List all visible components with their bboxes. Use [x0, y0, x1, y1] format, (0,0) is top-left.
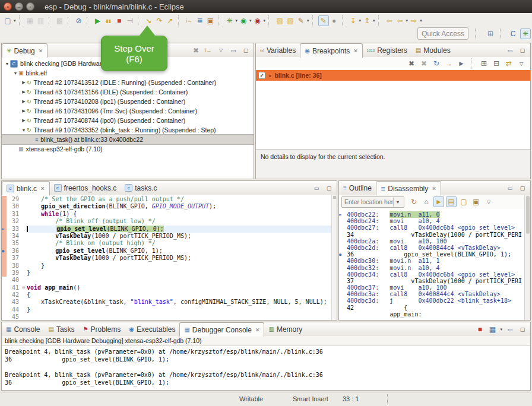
- debug-tree-row[interactable]: ▶↻Thread #6 1073431096 (Tmr Svc) (Suspen…: [2, 106, 254, 116]
- display-selected-console-icon[interactable]: ▦: [487, 324, 498, 335]
- line-number[interactable]: 40: [7, 277, 21, 284]
- disassembly-line[interactable]: 400dbc24: movi a10, 4: [339, 218, 530, 224]
- code-text[interactable]: vTaskDelay(1000 / portTICK_PERIOD_MS);: [27, 255, 337, 262]
- disassembly-line[interactable]: 400dbc34: call8 0x400dc6b4 <gpio_set_lev…: [339, 271, 530, 278]
- code-text[interactable]: [27, 313, 337, 320]
- instruction-stepping-icon[interactable]: i→: [184, 15, 195, 26]
- maximize-icon[interactable]: ▢: [240, 45, 251, 56]
- open-resource-icon[interactable]: ▨: [285, 15, 296, 26]
- tab-registers[interactable]: 1010Registers: [363, 43, 411, 57]
- minimize-icon[interactable]: ▭: [505, 45, 515, 56]
- tab-modules[interactable]: ▤Modules: [411, 43, 455, 57]
- tab-variables[interactable]: (x)Variables: [256, 43, 300, 57]
- collapse-all-icon[interactable]: ⊟: [491, 58, 502, 69]
- expand-arrow-icon[interactable]: ▶: [21, 99, 27, 104]
- tab-debug[interactable]: ✳Debug✕: [2, 43, 48, 58]
- view-menu-icon[interactable]: ▽: [216, 45, 226, 56]
- code-line[interactable]: ►33 gpio_set_level(BLINK_GPIO, 0);: [2, 226, 337, 233]
- line-number[interactable]: 45: [7, 313, 21, 320]
- next-annotation-icon[interactable]: ↥: [362, 15, 372, 26]
- new-icon[interactable]: ▢: [2, 15, 13, 26]
- refresh-icon[interactable]: ↻: [408, 196, 419, 207]
- disassembly-line[interactable]: 400dbc3d: j 0x400dbc22 <blink_task+18>: [339, 297, 530, 304]
- minimize-icon[interactable]: ▭: [505, 324, 515, 335]
- expand-arrow-icon[interactable]: ▼: [4, 62, 10, 66]
- external-tools-icon[interactable]: ◉: [252, 15, 263, 26]
- debug-tree-row[interactable]: ▶↻Thread #7 1073408744 (ipc0) (Suspended…: [2, 116, 254, 125]
- next-annotation-dropdown-icon[interactable]: ▾: [373, 18, 375, 23]
- code-line[interactable]: 43 xTaskCreate(&blink_task, "blink_task"…: [2, 299, 337, 306]
- close-window-button[interactable]: ×: [4, 2, 12, 11]
- code-line[interactable]: ●36 gpio_set_level(BLINK_GPIO, 1);: [2, 248, 337, 255]
- code-text[interactable]: }: [27, 306, 337, 313]
- expand-all-icon[interactable]: ⊞: [479, 58, 489, 69]
- location-input[interactable]: [342, 198, 393, 205]
- show-breakpoints-supported-icon[interactable]: ↻: [431, 58, 442, 69]
- code-line[interactable]: 38 }: [2, 262, 337, 269]
- combo-dropdown-icon[interactable]: ▼: [393, 198, 402, 207]
- code-area[interactable]: 29 /* Set the GPIO as a push/pull output…: [2, 195, 337, 320]
- maximize-icon[interactable]: ▢: [324, 183, 334, 194]
- breakpoint-marker-icon[interactable]: ●: [2, 248, 4, 254]
- save-all-icon[interactable]: ▥: [36, 15, 46, 26]
- debug-tree-row[interactable]: ▼↻Thread #9 1073433352 (blink_task : Run…: [2, 125, 254, 135]
- tab-outline[interactable]: ≡Outline: [339, 181, 376, 195]
- run-icon[interactable]: ◉: [238, 15, 249, 26]
- line-number[interactable]: 39: [7, 269, 21, 277]
- forward-icon[interactable]: ⇨: [408, 15, 419, 26]
- code-line[interactable]: 34 vTaskDelay(1000 / portTICK_PERIOD_MS)…: [2, 233, 337, 240]
- line-number[interactable]: 38: [7, 262, 21, 269]
- line-number[interactable]: 37: [7, 255, 21, 262]
- code-text[interactable]: xTaskCreate(&blink_task, "blink_task", c…: [27, 299, 337, 306]
- back-history-dropdown-icon[interactable]: ▾: [406, 18, 408, 23]
- save-icon[interactable]: ▦: [25, 15, 36, 26]
- select-default-working-set-icon[interactable]: ►: [456, 58, 467, 69]
- mark-occurrences-icon[interactable]: ✎: [318, 15, 329, 26]
- line-number[interactable]: 44: [7, 306, 21, 313]
- code-text[interactable]: {: [27, 291, 337, 299]
- terminate-icon[interactable]: ■: [114, 15, 125, 26]
- maximize-icon[interactable]: ▢: [517, 183, 528, 194]
- debug-perspective-icon[interactable]: ✳: [520, 28, 531, 39]
- cpp-perspective-icon[interactable]: C: [508, 28, 518, 39]
- disassembly-line[interactable]: 400dbc27: call8 0x400dc6b4 <gpio_set_lev…: [339, 224, 530, 231]
- debug-tree-row[interactable]: ▶↻Thread #5 1073410208 (ipc1) (Suspended…: [2, 97, 254, 106]
- line-number[interactable]: 36: [7, 248, 21, 255]
- line-number[interactable]: 33: [7, 226, 21, 233]
- expand-arrow-icon[interactable]: ▼: [12, 71, 18, 75]
- back-history-icon[interactable]: ⇦: [395, 15, 406, 26]
- open-perspective-icon[interactable]: ⊞: [485, 28, 496, 39]
- code-line[interactable]: 31 while(1) {: [2, 211, 337, 218]
- debug-tree-row[interactable]: ≡blink_task() at blink.c:33 0x400dbc22: [2, 135, 254, 144]
- minimize-icon[interactable]: ▭: [228, 45, 239, 56]
- code-text[interactable]: while(1) {: [27, 211, 337, 218]
- expand-arrow-icon[interactable]: ▶: [21, 109, 27, 113]
- disassembly-line[interactable]: 42 {: [339, 304, 530, 311]
- code-text[interactable]: gpio_set_level(BLINK_GPIO, 1);: [27, 248, 337, 255]
- tab-debugger-console[interactable]: ▦Debugger Console✕: [179, 322, 264, 337]
- code-line[interactable]: 39}: [2, 269, 337, 277]
- disassembly-line[interactable]: 400dbc3a: call8 0x400844c4 <vTaskDelay>: [339, 291, 530, 297]
- disassembly-line[interactable]: 400dbc2a: movi a10, 100: [339, 238, 530, 245]
- code-text[interactable]: gpio_set_direction(BLINK_GPIO, GPIO_MODE…: [27, 203, 337, 210]
- code-line[interactable]: 42{: [2, 291, 337, 299]
- fold-marker-icon[interactable]: ⊖: [21, 284, 27, 291]
- line-number[interactable]: 32: [7, 218, 21, 225]
- maximize-icon[interactable]: ▢: [517, 45, 528, 56]
- tab-disassembly[interactable]: ≣Disassembly✕: [376, 181, 441, 195]
- disconnect-icon[interactable]: ⊣: [125, 15, 135, 26]
- step-over-icon[interactable]: ↷: [154, 15, 165, 26]
- code-text[interactable]: /* Blink off (output low) */: [27, 218, 337, 225]
- code-line[interactable]: 37 vTaskDelay(1000 / portTICK_PERIOD_MS)…: [2, 255, 337, 262]
- goto-breakpoint-file-icon[interactable]: →: [444, 58, 454, 69]
- show-source-icon[interactable]: ▤: [446, 196, 457, 207]
- breakpoint-marker-icon[interactable]: ●: [339, 252, 341, 258]
- disassembly-line[interactable]: 400dbc37: movi a10, 100: [339, 284, 530, 291]
- close-tab-icon[interactable]: ✕: [40, 186, 45, 192]
- disassembly-scrollbar[interactable]: [524, 195, 530, 320]
- code-line[interactable]: 35 /* Blink on (output high) */: [2, 240, 337, 247]
- disassembly-line[interactable]: ●36 gpio_set_level(BLINK_GPIO, 1);: [339, 251, 530, 258]
- code-line[interactable]: 41⊖void app_main(): [2, 284, 337, 291]
- expand-arrow-icon[interactable]: ▼: [21, 128, 27, 132]
- code-line[interactable]: 30 gpio_set_direction(BLINK_GPIO, GPIO_M…: [2, 203, 337, 210]
